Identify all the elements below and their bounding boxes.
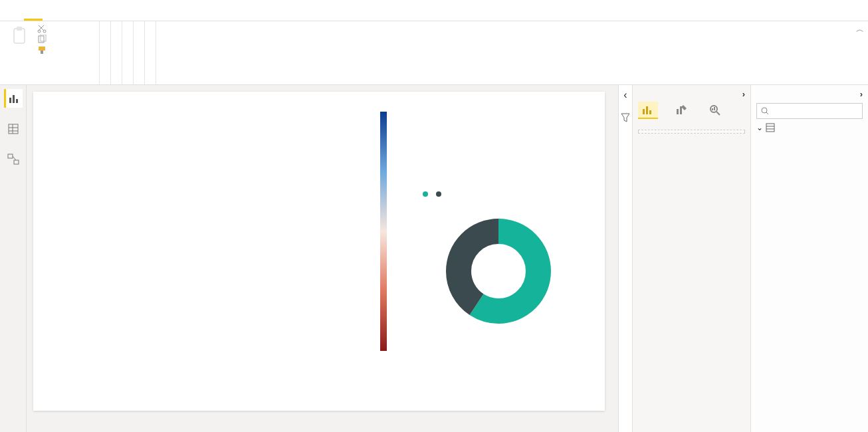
menu-bar xyxy=(0,0,868,21)
model-view-icon xyxy=(7,154,19,165)
copy-icon xyxy=(37,35,47,44)
report-view-icon xyxy=(8,92,20,104)
cut-icon xyxy=(37,24,47,33)
build-visual-icon xyxy=(641,104,655,116)
format-painter-button[interactable] xyxy=(37,45,49,54)
group-label-clipboard xyxy=(5,82,94,83)
report-page[interactable] xyxy=(33,92,605,411)
format-visual-icon xyxy=(675,104,687,116)
analytics-tab[interactable] xyxy=(705,102,724,119)
copy-button[interactable] xyxy=(37,35,49,44)
format-visual-tab[interactable] xyxy=(671,102,691,119)
svg-rect-0 xyxy=(14,29,25,43)
viz-pane-collapse-icon[interactable]: › xyxy=(742,89,745,99)
ribbon-collapse-icon[interactable]: ︿ xyxy=(856,24,864,35)
build-visual-tab[interactable] xyxy=(638,102,658,119)
cut-button[interactable] xyxy=(37,24,49,33)
table-node-mtcars[interactable]: ⌄ xyxy=(756,123,863,132)
values-well[interactable] xyxy=(638,130,745,134)
menu-view[interactable] xyxy=(80,13,98,21)
conclusion-text[interactable] xyxy=(432,132,565,142)
svg-point-29 xyxy=(762,108,767,113)
svg-rect-28 xyxy=(714,107,715,110)
menu-home[interactable] xyxy=(24,11,43,21)
search-icon xyxy=(761,107,768,115)
fields-pane: › ⌄ xyxy=(751,85,868,432)
svg-rect-9 xyxy=(13,95,15,103)
data-view-icon xyxy=(7,123,19,135)
fields-pane-collapse-icon[interactable]: › xyxy=(860,89,863,99)
filters-pane-collapsed[interactable]: ‹ xyxy=(618,85,633,432)
svg-rect-20 xyxy=(643,109,645,114)
svg-rect-31 xyxy=(766,124,774,132)
legend-dot-1 xyxy=(436,191,441,197)
ribbon: ︿ xyxy=(0,21,868,85)
main-area: ‹ › › ⌄ xyxy=(0,85,868,432)
svg-rect-8 xyxy=(9,98,11,103)
fields-search-input[interactable] xyxy=(772,106,858,116)
visualizations-pane: › xyxy=(633,85,751,432)
svg-rect-22 xyxy=(649,110,651,114)
fields-search[interactable] xyxy=(756,103,863,119)
view-rail xyxy=(0,85,27,432)
expand-filters-icon[interactable]: ‹ xyxy=(623,89,627,101)
model-view-button[interactable] xyxy=(4,150,23,169)
svg-rect-21 xyxy=(646,106,648,114)
menu-help[interactable] xyxy=(98,13,117,21)
svg-rect-11 xyxy=(9,124,18,134)
colorbar xyxy=(379,112,399,351)
svg-rect-27 xyxy=(712,108,713,110)
legend-dot-0 xyxy=(423,191,428,197)
svg-rect-10 xyxy=(16,99,18,103)
svg-rect-16 xyxy=(14,160,19,164)
analytics-icon xyxy=(708,104,720,116)
filters-funnel-icon xyxy=(621,113,630,122)
svg-rect-15 xyxy=(8,154,13,158)
menu-file[interactable] xyxy=(5,13,24,21)
report-view-button[interactable] xyxy=(4,89,23,108)
svg-line-30 xyxy=(766,112,768,114)
menu-modeling[interactable] xyxy=(61,13,80,21)
report-canvas[interactable] xyxy=(27,85,618,432)
menu-insert[interactable] xyxy=(43,13,61,21)
format-painter-icon xyxy=(37,45,47,54)
svg-line-17 xyxy=(13,156,16,160)
svg-rect-7 xyxy=(41,51,43,54)
svg-rect-24 xyxy=(680,106,682,114)
donut-legend xyxy=(419,191,445,197)
svg-rect-6 xyxy=(39,47,45,51)
paste-button[interactable] xyxy=(5,24,35,54)
table-icon xyxy=(766,123,775,132)
donut-chart[interactable] xyxy=(439,211,558,331)
data-view-button[interactable] xyxy=(4,120,23,138)
svg-rect-23 xyxy=(677,109,679,114)
chevron-down-icon: ⌄ xyxy=(756,123,763,132)
svg-line-26 xyxy=(716,112,720,115)
paste-icon xyxy=(9,25,31,47)
svg-rect-1 xyxy=(17,27,22,31)
colorbar-gradient xyxy=(380,112,387,351)
svg-point-3 xyxy=(43,30,46,33)
